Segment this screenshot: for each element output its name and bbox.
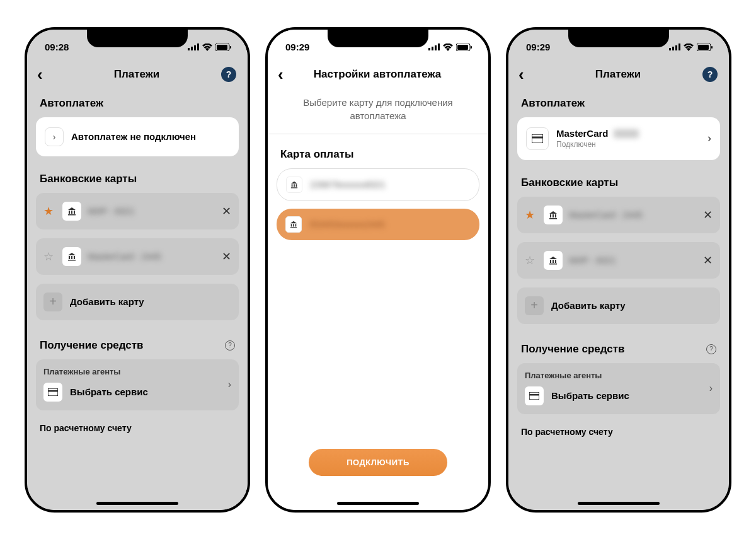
star-filled-icon[interactable]: ★ bbox=[43, 204, 56, 218]
back-button[interactable]: ‹ bbox=[37, 65, 52, 84]
star-empty-icon[interactable]: ☆ bbox=[525, 253, 537, 267]
phone-payments-not-connected: 09:28 ‹ Платежи ? Автоплатеж › Автоплате… bbox=[25, 27, 250, 513]
battery-icon bbox=[456, 43, 472, 51]
autopay-card-name: MasterCard bbox=[556, 128, 609, 139]
plus-icon: + bbox=[525, 296, 544, 315]
svg-rect-16 bbox=[669, 48, 671, 50]
account-link[interactable]: По расчетному счету bbox=[517, 427, 720, 443]
payment-agents-card[interactable]: Платежные агенты Выбрать сервис › bbox=[517, 363, 720, 414]
svg-rect-0 bbox=[188, 48, 190, 50]
signal-icon bbox=[428, 43, 440, 50]
add-card-button[interactable]: + Добавить карту bbox=[517, 287, 720, 324]
status-icons bbox=[669, 43, 713, 51]
add-card-label: Добавить карту bbox=[551, 300, 626, 311]
phone-autopay-settings: 09:29 ‹ Настройки автоплатежа Выберите к… bbox=[265, 27, 491, 513]
chevron-right-icon: › bbox=[707, 132, 711, 145]
account-link[interactable]: По расчетному счету bbox=[36, 423, 239, 439]
svg-rect-5 bbox=[217, 45, 227, 50]
autopay-card-connected[interactable]: MasterCard Подключен › bbox=[517, 117, 720, 160]
funds-section-title: Получение средств bbox=[40, 339, 144, 352]
svg-rect-19 bbox=[679, 43, 680, 50]
svg-rect-22 bbox=[711, 46, 713, 49]
svg-rect-21 bbox=[698, 45, 709, 50]
agents-title: Платежные агенты bbox=[525, 371, 713, 380]
agents-title: Платежные агенты bbox=[43, 367, 231, 376]
svg-rect-24 bbox=[532, 136, 543, 138]
info-icon[interactable]: ? bbox=[225, 340, 235, 351]
funds-section-title: Получение средств bbox=[521, 343, 625, 356]
bank-card-row[interactable]: ★ MasterCard - 2445 ✕ bbox=[517, 197, 720, 233]
bank-icon bbox=[62, 202, 81, 221]
wifi-icon bbox=[684, 43, 694, 51]
card-masked-label: MasterCard - 2445 bbox=[88, 252, 215, 262]
autopay-status-text: Автоплатеж не подключен bbox=[71, 131, 230, 142]
back-button[interactable]: ‹ bbox=[518, 65, 534, 84]
autopay-status-card[interactable]: › Автоплатеж не подключен bbox=[36, 117, 239, 156]
card-icon bbox=[526, 127, 549, 150]
bank-icon bbox=[285, 216, 302, 233]
status-time: 09:28 bbox=[45, 42, 69, 52]
svg-rect-1 bbox=[191, 47, 193, 50]
back-button[interactable]: ‹ bbox=[278, 65, 293, 84]
battery-icon bbox=[697, 43, 713, 51]
star-empty-icon[interactable]: ☆ bbox=[43, 250, 56, 264]
bank-icon bbox=[62, 247, 81, 266]
payment-card-option-selected[interactable]: 553453xxxxxx2445 bbox=[277, 209, 479, 240]
remove-card-button[interactable]: ✕ bbox=[703, 208, 713, 222]
remove-card-button[interactable]: ✕ bbox=[222, 250, 231, 264]
bank-icon bbox=[286, 177, 302, 193]
card-masked-label: MasterCard - 2445 bbox=[569, 210, 697, 220]
card-number-masked bbox=[614, 129, 639, 138]
plus-icon: + bbox=[43, 293, 62, 311]
card-icon bbox=[525, 386, 544, 405]
svg-rect-18 bbox=[675, 45, 677, 50]
signal-icon bbox=[669, 43, 680, 50]
status-icons bbox=[188, 43, 231, 51]
bank-card-row[interactable]: ★ МИР - 8321 ✕ bbox=[36, 193, 239, 229]
svg-rect-7 bbox=[48, 388, 58, 396]
subtitle-text: Выберите карту для подключения автоплате… bbox=[277, 92, 479, 134]
battery-icon bbox=[215, 43, 231, 51]
nav-bar: ‹ Платежи ? bbox=[508, 59, 729, 92]
status-time: 09:29 bbox=[285, 42, 309, 52]
help-button[interactable]: ? bbox=[221, 67, 236, 82]
info-icon[interactable]: ? bbox=[706, 344, 716, 354]
nav-bar: ‹ Настройки автоплатежа bbox=[268, 59, 488, 92]
wifi-icon bbox=[202, 43, 212, 51]
remove-card-button[interactable]: ✕ bbox=[703, 253, 713, 267]
bank-card-row[interactable]: ☆ MasterCard - 2445 ✕ bbox=[36, 238, 239, 275]
svg-rect-11 bbox=[435, 45, 437, 50]
svg-rect-25 bbox=[529, 392, 539, 400]
bank-icon bbox=[544, 251, 563, 270]
home-indicator[interactable] bbox=[96, 502, 178, 505]
paycard-section-title: Карта оплаты bbox=[277, 143, 479, 168]
home-indicator[interactable] bbox=[337, 502, 419, 505]
home-indicator[interactable] bbox=[578, 502, 660, 505]
agents-action-label: Выбрать сервис bbox=[70, 386, 148, 397]
payment-card-option[interactable]: 226879xxxxxx8321 bbox=[277, 168, 479, 201]
card-masked-label: 226879xxxxxx8321 bbox=[310, 180, 386, 190]
add-card-button[interactable]: + Добавить карту bbox=[36, 284, 239, 320]
wifi-icon bbox=[443, 43, 453, 51]
page-title: Платежи bbox=[534, 68, 702, 81]
agents-action-label: Выбрать сервис bbox=[551, 390, 629, 401]
phone-payments-connected: 09:29 ‹ Платежи ? Автоплатеж MasterCard bbox=[506, 27, 731, 513]
signal-icon bbox=[188, 43, 199, 50]
connect-button[interactable]: ПОДКЛЮЧИТЬ bbox=[309, 449, 447, 476]
star-filled-icon[interactable]: ★ bbox=[525, 208, 537, 222]
bank-card-row[interactable]: ☆ МИР - 8321 ✕ bbox=[517, 242, 720, 279]
bank-icon bbox=[544, 206, 563, 224]
autopay-section-title: Автоплатеж bbox=[36, 92, 239, 117]
chevron-right-icon: › bbox=[45, 127, 64, 146]
payment-agents-card[interactable]: Платежные агенты Выбрать сервис › bbox=[36, 359, 239, 410]
svg-rect-2 bbox=[194, 45, 196, 50]
svg-rect-12 bbox=[438, 43, 440, 50]
card-masked-label: МИР - 8321 bbox=[88, 206, 215, 216]
remove-card-button[interactable]: ✕ bbox=[222, 204, 231, 218]
svg-rect-17 bbox=[672, 47, 674, 50]
help-button[interactable]: ? bbox=[702, 67, 718, 82]
cards-section-title: Банковские карты bbox=[517, 171, 720, 197]
svg-rect-6 bbox=[230, 46, 231, 49]
svg-rect-3 bbox=[197, 43, 199, 50]
card-masked-label: 553453xxxxxx2445 bbox=[309, 219, 385, 229]
